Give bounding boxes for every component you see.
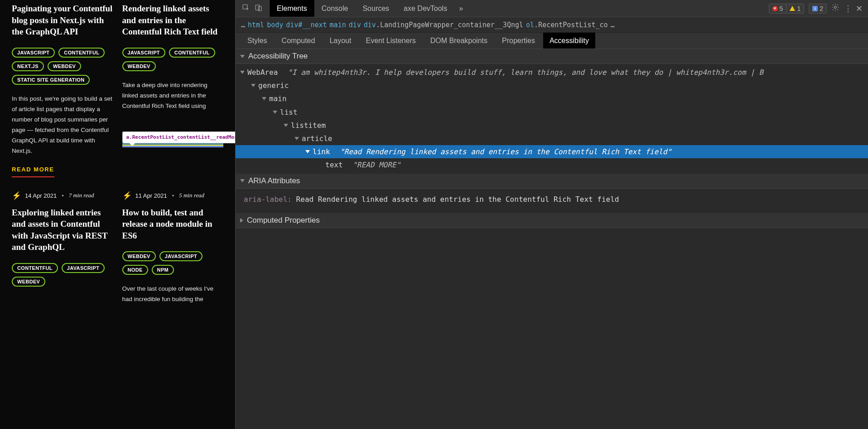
post-meta: ⚡ 14 Apr 2021 7 min read xyxy=(12,191,113,200)
post-date: 11 Apr 2021 xyxy=(135,192,167,199)
disclosure-triangle-icon xyxy=(240,179,245,182)
tag[interactable]: STATIC SITE GENERATION xyxy=(12,75,90,85)
post-title[interactable]: Rendering linked assets and entries in t… xyxy=(122,3,224,38)
breadcrumb-item[interactable]: main xyxy=(330,21,346,29)
website-viewport[interactable]: Paginating your Contentful blog posts in… xyxy=(0,0,235,429)
warning-count[interactable]: 1 xyxy=(786,4,804,13)
post-excerpt: Take a deep dive into rendering linked a… xyxy=(122,80,224,112)
warning-icon xyxy=(790,6,795,11)
post-title[interactable]: Paginating your Contentful blog posts in… xyxy=(12,3,113,38)
breadcrumb-item[interactable]: body xyxy=(267,21,283,29)
tab-sources[interactable]: Sources xyxy=(355,0,396,17)
accessibility-tree[interactable]: WebArea "I am whitep4nth3r. I help devel… xyxy=(236,64,868,174)
post-title[interactable]: Exploring linked entries and assets in C… xyxy=(12,207,113,253)
role: link xyxy=(313,146,330,158)
breadcrumb-item[interactable]: ol.RecentPostList_co xyxy=(526,21,608,29)
main-tabs: Elements Console Sources axe DevTools » xyxy=(270,0,468,17)
tag[interactable]: CONTENTFUL xyxy=(58,48,105,58)
tab-axe-devtools[interactable]: axe DevTools xyxy=(396,0,454,17)
close-icon[interactable]: ✕ xyxy=(856,4,863,14)
subtab-computed[interactable]: Computed xyxy=(275,33,322,49)
tag[interactable]: WEBDEV xyxy=(48,61,81,71)
tag[interactable]: JAVASCRIPT xyxy=(159,251,203,261)
tag[interactable]: JAVASCRIPT xyxy=(122,48,165,58)
breadcrumb-trail: … xyxy=(611,21,615,29)
subtab-dom-breakpoints[interactable]: DOM Breakpoints xyxy=(424,33,494,49)
info-icon: i xyxy=(812,6,818,11)
tag[interactable]: JAVASCRIPT xyxy=(62,263,105,273)
role: generic xyxy=(258,79,289,92)
section-title: Accessibility Tree xyxy=(248,52,308,61)
tag[interactable]: NPM xyxy=(152,265,174,275)
post-date: 14 Apr 2021 xyxy=(25,192,57,199)
role: article xyxy=(302,132,332,145)
error-icon: ✕ xyxy=(772,6,778,11)
tag-list: JAVASCRIPT CONTENTFUL WEBDEV xyxy=(122,48,224,71)
dom-breadcrumb[interactable]: … html body div#__next main div div.Land… xyxy=(236,17,868,33)
issue-counts[interactable]: ✕5 1 xyxy=(769,4,805,14)
separator-dot xyxy=(171,192,176,199)
section-title: Computed Properties xyxy=(247,216,320,225)
subtab-layout[interactable]: Layout xyxy=(323,33,357,49)
tag[interactable]: JAVASCRIPT xyxy=(12,48,55,58)
computed-properties-header[interactable]: Computed Properties xyxy=(236,213,868,228)
role: main xyxy=(269,93,287,105)
tag[interactable]: NODE xyxy=(122,265,148,275)
tag[interactable]: NEXT.JS xyxy=(12,61,44,71)
tree-node-listitem[interactable]: listitem xyxy=(236,119,868,132)
acc-name: "READ MORE" xyxy=(352,159,400,171)
tooltip-selector: a.RecentPostList_contentList__readMoreLi… xyxy=(126,134,236,141)
disclosure-triangle-icon xyxy=(284,124,288,127)
read-more-link[interactable]: READ MORE xyxy=(12,166,54,177)
settings-gear-icon[interactable] xyxy=(831,3,839,14)
device-toolbar-icon[interactable] xyxy=(255,4,263,13)
post-excerpt: In this post, we're going to build a set… xyxy=(12,94,113,156)
subtab-styles[interactable]: Styles xyxy=(241,33,274,49)
post-title[interactable]: How to build, test and release a node mo… xyxy=(122,207,224,242)
info-count[interactable]: i2 xyxy=(809,4,826,13)
tree-node-link-selected[interactable]: link "Read Rendering linked assets and e… xyxy=(236,145,868,158)
breadcrumb-item[interactable]: div xyxy=(349,21,361,29)
subtab-properties[interactable]: Properties xyxy=(496,33,541,49)
error-count-text: 5 xyxy=(780,5,783,12)
tree-node-list[interactable]: list xyxy=(236,106,868,119)
tree-node-webarea[interactable]: WebArea "I am whitep4nth3r. I help devel… xyxy=(236,66,868,79)
svg-rect-1 xyxy=(256,5,259,10)
tag[interactable]: CONTENTFUL xyxy=(12,263,58,273)
accessibility-tree-header[interactable]: Accessibility Tree xyxy=(236,49,868,64)
tree-node-generic[interactable]: generic xyxy=(236,79,868,92)
role: list xyxy=(280,106,298,118)
error-count[interactable]: ✕5 xyxy=(769,4,786,13)
tree-node-text[interactable]: text "READ MORE" xyxy=(236,158,868,171)
breadcrumb-overflow[interactable]: … xyxy=(241,21,245,29)
subtab-accessibility[interactable]: Accessibility xyxy=(543,33,595,49)
aria-attributes-header[interactable]: ARIA Attributes xyxy=(236,174,868,189)
more-vertical-icon[interactable]: ⋮ xyxy=(844,4,851,14)
tag-list: CONTENTFUL JAVASCRIPT WEBDEV xyxy=(12,263,113,287)
post-card: ⚡ 14 Apr 2021 7 min read Exploring linke… xyxy=(12,191,113,314)
tabs-overflow-icon[interactable]: » xyxy=(454,0,468,17)
breadcrumb-item[interactable]: html xyxy=(248,21,264,29)
tag[interactable]: WEBDEV xyxy=(122,251,156,261)
tag[interactable]: WEBDEV xyxy=(122,61,156,71)
bolt-icon: ⚡ xyxy=(12,191,21,200)
tab-elements[interactable]: Elements xyxy=(270,0,314,17)
tag[interactable]: CONTENTFUL xyxy=(169,48,215,58)
disclosure-triangle-icon xyxy=(305,150,310,153)
tab-console[interactable]: Console xyxy=(314,0,356,17)
warning-count-text: 1 xyxy=(797,5,800,12)
posts-grid: Paginating your Contentful blog posts in… xyxy=(12,0,223,314)
tag[interactable]: WEBDEV xyxy=(12,277,45,287)
breadcrumb-item[interactable]: div#__next xyxy=(286,21,327,29)
subtab-event-listeners[interactable]: Event Listeners xyxy=(359,33,422,49)
disclosure-triangle-icon xyxy=(240,218,243,223)
disclosure-triangle-icon xyxy=(262,97,266,100)
elements-sub-tabs: Styles Computed Layout Event Listeners D… xyxy=(236,33,868,49)
inspect-element-icon[interactable] xyxy=(242,4,250,13)
tree-node-article[interactable]: article xyxy=(236,132,868,145)
tree-node-main[interactable]: main xyxy=(236,92,868,105)
breadcrumb-item[interactable]: div.LandingPageWrapper_container__3Qngl xyxy=(364,21,523,29)
tag-list: WEBDEV JAVASCRIPT NODE NPM xyxy=(122,251,224,275)
info-counts[interactable]: i2 xyxy=(809,4,827,14)
disclosure-triangle-icon xyxy=(240,71,245,74)
